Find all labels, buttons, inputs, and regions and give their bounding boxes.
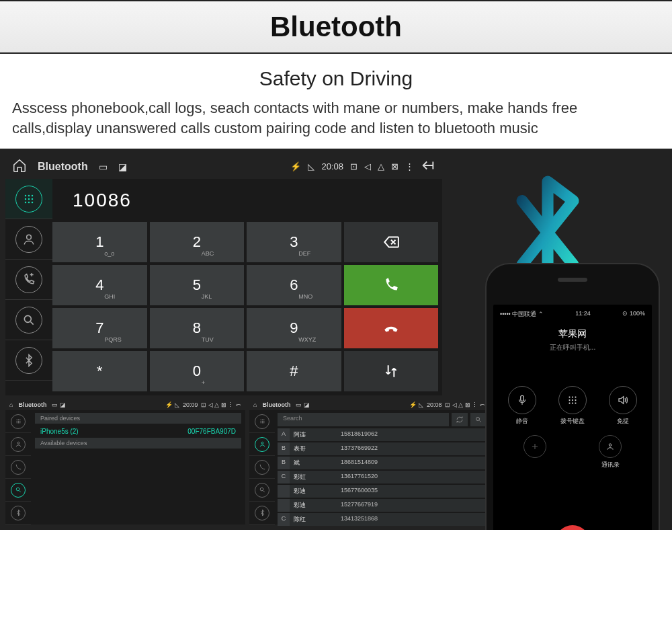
mn-contacts[interactable]: [5, 433, 31, 456]
svg-point-22: [260, 420, 261, 420]
key-2[interactable]: 2ABC: [150, 222, 245, 262]
key-7[interactable]: 7PQRS: [52, 308, 147, 348]
keypad: 1o_o 2ABC 3DEF 4GHI 5JKL 6MNO 7PQRS 8TUV…: [52, 222, 442, 395]
svg-point-2: [32, 195, 34, 197]
key-1[interactable]: 1o_o: [52, 222, 147, 262]
svg-point-5: [32, 198, 34, 200]
svg-point-20: [17, 442, 19, 444]
mn-calllog[interactable]: [5, 456, 31, 479]
iphone-end-call-button[interactable]: [497, 525, 648, 530]
svg-point-31: [261, 442, 263, 444]
contacts-screenshot: ⌂ Bluetooth ▭ ◪ ⚡ ◺20:08⊡ ◁ △ ⊠ ⋮ ⤺ Sear…: [249, 399, 489, 525]
warning-icon: △: [378, 161, 384, 171]
refresh-button[interactable]: [452, 413, 468, 426]
svg-point-32: [260, 488, 263, 492]
paired-devices-screenshot: ⌂ Bluetooth ▭ ◪ ⚡ ◺20:09⊡ ◁ △ ⊠ ⋮ ⤺ Pair…: [5, 399, 245, 525]
svg-point-33: [476, 418, 480, 421]
svg-point-8: [32, 202, 34, 204]
contact-row[interactable]: C陈红13413251868: [278, 513, 487, 526]
camera-icon: ⊡: [350, 161, 358, 171]
svg-point-38: [569, 399, 570, 401]
contact-row[interactable]: A阿连15818619062: [278, 428, 487, 441]
key-backspace[interactable]: [344, 222, 439, 262]
svg-point-25: [260, 421, 261, 422]
search-button[interactable]: [470, 413, 487, 426]
mn-search[interactable]: [249, 479, 275, 502]
contact-row[interactable]: 彩迪15677600035: [278, 485, 487, 498]
svg-point-12: [17, 420, 18, 420]
key-0[interactable]: 0+: [150, 351, 245, 391]
svg-point-41: [569, 403, 570, 404]
svg-point-0: [25, 195, 27, 197]
home-icon: ⌂: [253, 401, 257, 408]
home-icon: ⌂: [9, 401, 13, 408]
iphone-status-bar: ••••• 中国联通 ⌃ 11:24 ⊙ 100%: [497, 309, 648, 320]
mn-dialpad[interactable]: [5, 410, 31, 433]
svg-point-14: [16, 421, 17, 422]
mn-calllog[interactable]: [249, 456, 275, 479]
back-icon[interactable]: [421, 158, 435, 175]
svg-point-35: [569, 397, 570, 398]
iphone-mockup: ••••• 中国联通 ⌃ 11:24 ⊙ 100% 苹果网 正在呼叫手机... …: [485, 263, 660, 530]
contact-row[interactable]: B表哥13737669922: [278, 442, 487, 455]
svg-point-40: [575, 399, 576, 401]
nav-calllog[interactable]: [5, 260, 52, 300]
svg-point-17: [16, 422, 17, 423]
contact-row[interactable]: B斌18681514809: [278, 457, 487, 469]
svg-point-37: [575, 397, 576, 398]
key-swap[interactable]: [344, 351, 439, 391]
paired-device-row[interactable]: iPhone5s (2) 00F76FBA907D: [35, 425, 241, 438]
search-input[interactable]: Search: [278, 413, 449, 426]
nav-search[interactable]: [5, 300, 52, 340]
nav-dialpad[interactable]: [5, 179, 52, 219]
home-icon[interactable]: [12, 158, 27, 175]
svg-point-1: [28, 195, 30, 197]
iphone-mute-button[interactable]: 静音: [508, 386, 536, 426]
mn-contacts[interactable]: [249, 433, 275, 456]
menu-icon[interactable]: ⋮: [405, 161, 414, 171]
key-call[interactable]: [344, 265, 439, 305]
iphone-speaker-button[interactable]: 免提: [609, 386, 637, 426]
svg-point-21: [16, 488, 19, 492]
svg-point-30: [263, 422, 264, 423]
iphone-add-call-button[interactable]: [523, 435, 546, 469]
status-title: Bluetooth: [38, 161, 88, 173]
svg-point-28: [260, 422, 261, 423]
key-4[interactable]: 4GHI: [52, 265, 147, 305]
key-star[interactable]: *: [52, 351, 147, 391]
nav-bluetooth[interactable]: [5, 340, 52, 381]
key-8[interactable]: 8TUV: [150, 308, 245, 348]
mn-bluetooth[interactable]: [249, 502, 275, 525]
description: Asscess phonebook,call logs, seach conta…: [0, 98, 672, 149]
mn-dialpad[interactable]: [249, 410, 275, 433]
mn-search[interactable]: [5, 479, 31, 502]
contact-row[interactable]: C彩虹13617761520: [278, 471, 487, 483]
number-display: 10086: [52, 179, 442, 222]
svg-point-10: [24, 315, 31, 322]
banner-title: Bluetooth: [0, 11, 672, 43]
key-end-call[interactable]: [344, 308, 439, 348]
svg-point-29: [261, 422, 262, 423]
paired-devices-label: Paired devices: [35, 413, 241, 424]
key-hash[interactable]: #: [247, 351, 341, 391]
svg-point-11: [16, 420, 17, 420]
svg-point-15: [17, 421, 18, 422]
available-devices-label: Available devices: [35, 438, 241, 449]
mn-bluetooth[interactable]: [5, 502, 31, 525]
key-9[interactable]: 9WXYZ: [247, 308, 341, 348]
key-6[interactable]: 6MNO: [247, 265, 341, 305]
iphone-keypad-button[interactable]: 拨号键盘: [558, 386, 587, 426]
signal-icon: ◺: [308, 161, 314, 171]
key-3[interactable]: 3DEF: [247, 222, 341, 262]
close-icon: ⊠: [391, 161, 398, 171]
title-banner: Bluetooth: [0, 0, 672, 54]
svg-point-19: [19, 422, 20, 423]
svg-point-27: [263, 421, 264, 422]
svg-point-18: [17, 422, 18, 423]
nav-contacts[interactable]: [5, 219, 52, 260]
contact-row[interactable]: 彩迪15277667919: [278, 499, 487, 512]
key-5[interactable]: 5JKL: [150, 265, 245, 305]
iphone-contacts-button[interactable]: 通讯录: [599, 435, 622, 469]
svg-point-39: [572, 399, 573, 401]
status-time: 20:08: [321, 161, 343, 171]
